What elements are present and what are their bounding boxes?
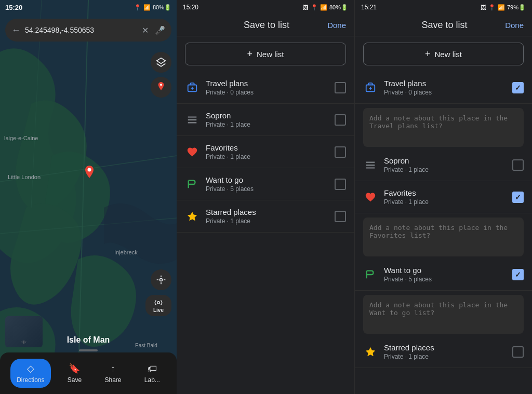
middle-location-icon: 📍 <box>311 4 318 11</box>
search-clear-button[interactable]: ✕ <box>142 25 149 35</box>
favorites-info: Favorites Private · 1 place <box>206 143 328 160</box>
right-sopron-checkbox[interactable] <box>512 159 524 171</box>
middle-battery-icon: 80%🔋 <box>329 4 348 11</box>
right-starred-places-icon <box>363 345 378 359</box>
map-drag-handle[interactable] <box>79 349 98 351</box>
right-favorites-info: Favorites Private · 1 place <box>384 188 506 206</box>
middle-done-button[interactable]: Done <box>327 21 346 30</box>
travel-plans-note[interactable] <box>363 108 524 147</box>
right-list-items: Travel plans Private · 0 places ✓ Sopron <box>355 72 532 394</box>
want-to-go-icon <box>185 177 200 192</box>
search-coordinates: 54.245498,-4.550653 <box>25 26 138 34</box>
travel-plans-note-textarea[interactable] <box>369 114 517 139</box>
location-status-icon: 📍 <box>134 4 141 11</box>
search-back-button[interactable]: ← <box>11 25 21 36</box>
right-done-button[interactable]: Done <box>505 21 524 30</box>
right-panel-title: Save to list <box>384 20 505 31</box>
middle-new-list-button[interactable]: + New list <box>185 43 346 65</box>
new-list-plus-icon: + <box>247 49 252 60</box>
location-button[interactable] <box>151 269 171 290</box>
map-label-injebreck: Injebreck <box>114 249 138 255</box>
list-item[interactable]: Starred places Private · 1 place <box>355 336 532 368</box>
right-panel-header: Save to list Done <box>355 15 532 36</box>
live-button[interactable]: Live <box>145 295 171 316</box>
list-item[interactable]: Travel plans Private · 0 places ✓ <box>355 72 532 104</box>
middle-save-panel: 15:20 🖼 📍 📶 80%🔋 Save to list Done + New… <box>177 0 354 394</box>
directions-icon: ◇ <box>27 363 34 374</box>
right-favorites-checkbox[interactable]: ✓ <box>512 192 524 203</box>
want-to-go-info: Want to go Private · 5 places <box>206 175 328 193</box>
pin-button[interactable] <box>151 77 171 98</box>
favorites-note[interactable] <box>363 218 524 256</box>
list-item[interactable]: Favorites Private · 1 place ✓ <box>355 181 532 213</box>
battery-icon: 80%🔋 <box>153 4 171 11</box>
favorites-icon <box>185 145 200 159</box>
right-travel-plans-icon <box>363 80 378 95</box>
list-item[interactable]: Starred places Private · 1 place <box>177 200 354 233</box>
right-starred-places-checkbox[interactable] <box>512 346 524 358</box>
list-item[interactable]: Travel plans Private · 0 places <box>177 72 354 104</box>
list-item[interactable]: Favorites Private · 1 place <box>177 136 354 168</box>
right-favorites-icon <box>363 190 378 205</box>
middle-panel-title: Save to list <box>206 20 327 31</box>
map-place-name: Isle of Man <box>0 335 177 345</box>
right-want-to-go-info: Want to go Private · 5 places <box>384 266 506 283</box>
list-item[interactable]: Want to go Private · 5 places <box>177 168 354 200</box>
starred-places-checkbox[interactable] <box>335 211 346 222</box>
travel-plans-checkbox[interactable] <box>335 82 346 93</box>
map-search-bar[interactable]: ← 54.245498,-4.550653 ✕ 🎤 <box>5 19 171 42</box>
right-travel-plans-checkbox[interactable]: ✓ <box>512 82 524 93</box>
map-bottom-bar: ◇ Directions 🔖 Save ↑ Share 🏷 Lab... <box>0 352 177 394</box>
want-to-go-note[interactable] <box>363 295 524 334</box>
right-status-bar: 15:21 🖼 📍 📶 79%🔋 <box>355 0 532 15</box>
want-to-go-note-textarea[interactable] <box>369 301 517 326</box>
middle-time: 15:20 <box>183 4 198 11</box>
map-status-bar: 15:20 📍 📶 80%🔋 <box>0 0 177 15</box>
want-to-go-checkbox[interactable] <box>335 179 346 190</box>
middle-panel-header: Save to list Done <box>177 15 354 36</box>
label-button[interactable]: 🏷 Lab... <box>138 359 166 388</box>
right-status-icons: 🖼 📍 📶 79%🔋 <box>481 4 526 11</box>
starred-places-info: Starred places Private · 1 place <box>206 208 328 225</box>
layers-button[interactable] <box>151 52 171 73</box>
save-button[interactable]: 🔖 Save <box>61 359 88 388</box>
list-item[interactable]: Sopron Private · 1 place <box>177 104 354 136</box>
bookmark-icon: 🔖 <box>69 363 80 374</box>
right-save-panel: 15:21 🖼 📍 📶 79%🔋 Save to list Done + New… <box>354 0 532 394</box>
middle-status-icons: 🖼 📍 📶 80%🔋 <box>303 4 348 11</box>
map-label-laige: laige-e-Caine <box>4 135 38 141</box>
travel-plans-icon <box>185 80 200 95</box>
svg-point-8 <box>160 279 163 281</box>
search-mic-button[interactable]: 🎤 <box>155 25 165 35</box>
share-button[interactable]: ↑ Share <box>98 359 127 388</box>
directions-button[interactable]: ◇ Directions <box>10 359 50 388</box>
map-marker <box>83 166 96 183</box>
map-status-icons: 📍 📶 80%🔋 <box>134 4 171 11</box>
right-travel-plans-info: Travel plans Private · 0 places <box>384 79 506 96</box>
list-item[interactable]: Sopron Private · 1 place <box>355 149 532 181</box>
right-want-to-go-checkbox[interactable]: ✓ <box>512 269 524 280</box>
right-location-icon: 📍 <box>488 4 496 11</box>
svg-point-9 <box>157 302 160 304</box>
middle-status-bar: 15:20 🖼 📍 📶 80%🔋 <box>177 0 354 15</box>
right-photo-icon: 🖼 <box>481 4 486 11</box>
right-wifi-icon: 📶 <box>498 4 505 11</box>
wifi-icon: 📶 <box>143 4 151 11</box>
list-item[interactable]: Want to go Private · 5 places ✓ <box>355 259 532 291</box>
favorites-checkbox[interactable] <box>335 146 346 158</box>
sopron-info: Sopron Private · 1 place <box>206 111 328 128</box>
right-sopron-icon <box>363 158 378 172</box>
sopron-icon <box>185 113 200 127</box>
middle-list-items: Travel plans Private · 0 places Sopron P… <box>177 72 354 394</box>
favorites-note-textarea[interactable] <box>369 224 517 249</box>
right-want-to-go-icon <box>363 267 378 282</box>
svg-marker-5 <box>157 58 166 64</box>
starred-places-icon <box>185 209 200 224</box>
right-new-list-button[interactable]: + New list <box>363 43 524 65</box>
right-starred-places-info: Starred places Private · 1 place <box>384 343 506 360</box>
travel-plans-info: Travel plans Private · 0 places <box>206 79 328 96</box>
middle-wifi-icon: 📶 <box>320 4 327 11</box>
label-icon: 🏷 <box>148 363 157 374</box>
sopron-checkbox[interactable] <box>335 114 346 126</box>
map-label-little-london: Little London <box>8 174 41 180</box>
